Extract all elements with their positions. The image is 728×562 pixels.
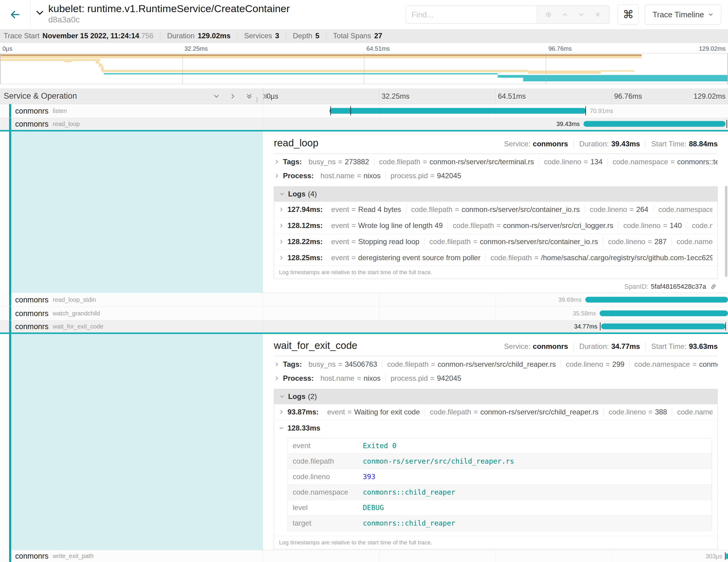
log-field: code.filepath=conmon-rs/server/src/conta… bbox=[406, 205, 585, 214]
log-fields: event=Stopping read loopcode.filepath=co… bbox=[326, 237, 713, 246]
equals-sign: = bbox=[357, 374, 361, 383]
log-entry[interactable]: 128.22ms:event=Stopping read loopcode.fi… bbox=[274, 233, 717, 250]
logs-note: Log timestamps are relative to the start… bbox=[274, 266, 717, 279]
trace-view-selector[interactable]: Trace Timeline bbox=[645, 5, 721, 25]
meta-value: 88.84ms bbox=[689, 140, 718, 148]
chevron-right-icon[interactable] bbox=[278, 255, 284, 261]
tag-item: busy_ns=273882 bbox=[304, 158, 374, 166]
back-button[interactable] bbox=[0, 0, 31, 29]
chevron-right-icon[interactable] bbox=[278, 206, 284, 213]
span-bar[interactable] bbox=[600, 311, 728, 316]
expand-one-icon[interactable] bbox=[229, 92, 237, 100]
span-row[interactable]: conmonrsread_loop_stdin39.69ms bbox=[0, 293, 728, 307]
span-row[interactable]: conmonrslisten70.91ms bbox=[0, 104, 728, 118]
chevron-path bbox=[278, 239, 284, 245]
logs-note: Log timestamps are relative to the start… bbox=[274, 536, 717, 549]
summary-value: 5 bbox=[315, 32, 319, 40]
focus-target-icon[interactable] bbox=[545, 11, 552, 18]
span-bar[interactable] bbox=[585, 297, 728, 303]
chevron-right-icon[interactable] bbox=[274, 173, 280, 179]
grid-header-gridline bbox=[612, 88, 612, 104]
minimap-canvas[interactable] bbox=[0, 53, 728, 84]
find-input[interactable] bbox=[406, 5, 537, 24]
duration-label: 34.77ms bbox=[574, 323, 597, 330]
chevron-right-icon[interactable] bbox=[274, 375, 280, 381]
tag-item: host.name=nixos bbox=[315, 172, 385, 180]
process-row-label: Process: bbox=[283, 172, 314, 180]
span-link-icon[interactable] bbox=[710, 283, 717, 290]
tag-item: code.lineno=299 bbox=[561, 360, 629, 369]
log-entry[interactable]: 93.87ms:event=Waiting for exit codecode.… bbox=[274, 404, 717, 420]
timeline-gridline bbox=[495, 307, 496, 320]
chevron-right-icon[interactable] bbox=[278, 239, 284, 245]
chevron-right-icon[interactable] bbox=[278, 223, 284, 229]
process-row-items: host.name=nixosprocess.pid=942045 bbox=[315, 374, 466, 383]
equals-sign: = bbox=[338, 158, 342, 166]
timeline-minimap: 0µs32.25ms64.51ms96.76ms129.02ms bbox=[0, 43, 728, 88]
log-field: code.filepath=conmon-rs/server/src/child… bbox=[425, 408, 604, 416]
minimap-gridline bbox=[364, 53, 364, 84]
field-value: conmon-rs/server/src/child_reaper.rs bbox=[360, 454, 712, 469]
field-key: level bbox=[288, 500, 360, 515]
operation-name: wait_for_exit_code bbox=[53, 323, 104, 330]
find-tools bbox=[537, 5, 610, 24]
page-scrollbar-thumb[interactable] bbox=[725, 186, 727, 277]
log-entry[interactable]: 128.25ms:event=deregistering event sourc… bbox=[274, 250, 717, 266]
logs-header[interactable]: Logs(4) bbox=[274, 187, 717, 202]
equals-sign: = bbox=[648, 237, 652, 246]
span-indent-bar bbox=[9, 334, 11, 550]
log-fields: event=deregistering event source from po… bbox=[326, 254, 713, 262]
log-field-key: code.filepath bbox=[430, 408, 471, 416]
logs-header[interactable]: Logs(2) bbox=[274, 389, 717, 404]
collapse-one-icon[interactable] bbox=[213, 92, 220, 100]
chevron-down-icon[interactable] bbox=[279, 191, 285, 197]
log-field-value: 264 bbox=[636, 205, 648, 214]
find-next-icon[interactable] bbox=[578, 11, 585, 18]
log-entry-header[interactable]: 128.33ms bbox=[274, 420, 717, 436]
column-resize-grip[interactable]: ∥ bbox=[256, 96, 258, 103]
equals-sign: = bbox=[352, 254, 356, 262]
chevron-right-icon[interactable] bbox=[278, 409, 284, 415]
find-prev-icon[interactable] bbox=[561, 11, 569, 18]
chevron-path bbox=[278, 223, 284, 229]
log-field: code.filepath=conmon-rs/server/src/cri_l… bbox=[447, 221, 618, 230]
tag-key: code.filepath bbox=[379, 158, 420, 166]
logs-title: Logs bbox=[288, 392, 305, 401]
trace-page-header: kubelet: runtime.v1.RuntimeService/Creat… bbox=[0, 0, 728, 29]
summary-label: Duration bbox=[167, 32, 195, 40]
span-bar[interactable] bbox=[583, 121, 726, 127]
tag-value: 273882 bbox=[345, 158, 369, 166]
log-field: code.namespace=conmon… bbox=[672, 237, 713, 246]
span-bar[interactable] bbox=[726, 553, 728, 559]
span-row[interactable]: conmonrswait_for_exit_code34.77ms bbox=[0, 320, 728, 334]
log-field: event=Stopping read loop bbox=[326, 237, 424, 246]
equals-sign: = bbox=[584, 158, 588, 166]
span-bar[interactable] bbox=[329, 108, 586, 114]
chevron-right-icon[interactable] bbox=[274, 159, 280, 165]
process-row: Process:host.name=nixosprocess.pid=94204… bbox=[274, 371, 718, 385]
clear-find-icon[interactable] bbox=[594, 11, 601, 18]
chevron-down-icon[interactable] bbox=[279, 393, 285, 400]
meta-value: 34.77ms bbox=[611, 342, 640, 350]
log-entry[interactable]: 128.12ms:event=Wrote log line of length … bbox=[274, 217, 717, 233]
span-row[interactable]: conmonrswatch_grandchild35.58ms bbox=[0, 307, 728, 320]
title-collapse-toggle[interactable] bbox=[35, 8, 45, 29]
tag-item: code.filepath=conmon-rs/server/src/termi… bbox=[374, 158, 539, 166]
keyboard-shortcuts-button[interactable]: ⌘ bbox=[617, 5, 639, 25]
span-bar[interactable] bbox=[601, 324, 726, 329]
log-timestamp: 128.22ms: bbox=[287, 237, 323, 246]
tag-item: code.lineno=134 bbox=[539, 158, 607, 166]
collapse-all-icon[interactable] bbox=[245, 92, 253, 100]
chevron-down-icon[interactable] bbox=[278, 425, 284, 431]
span-indent-bar bbox=[9, 307, 11, 320]
span-row[interactable]: conmonrswrite_exit_path303µs bbox=[0, 550, 728, 562]
duration-label: 39.69ms bbox=[558, 296, 582, 303]
tag-value: 942045 bbox=[437, 374, 461, 383]
span-row[interactable]: conmonrsread_loop39.43ms bbox=[0, 118, 728, 131]
log-entry[interactable]: 127.94ms:event=Read 4 bytescode.filepath… bbox=[274, 202, 717, 217]
summary-item: Services3 bbox=[237, 32, 286, 40]
tag-value: conmonrs::child_reap… bbox=[699, 360, 718, 369]
chevron-right-icon[interactable] bbox=[274, 361, 280, 367]
tag-value: conmonrs::terminal bbox=[677, 158, 718, 166]
span-name: read_loop bbox=[274, 137, 318, 149]
